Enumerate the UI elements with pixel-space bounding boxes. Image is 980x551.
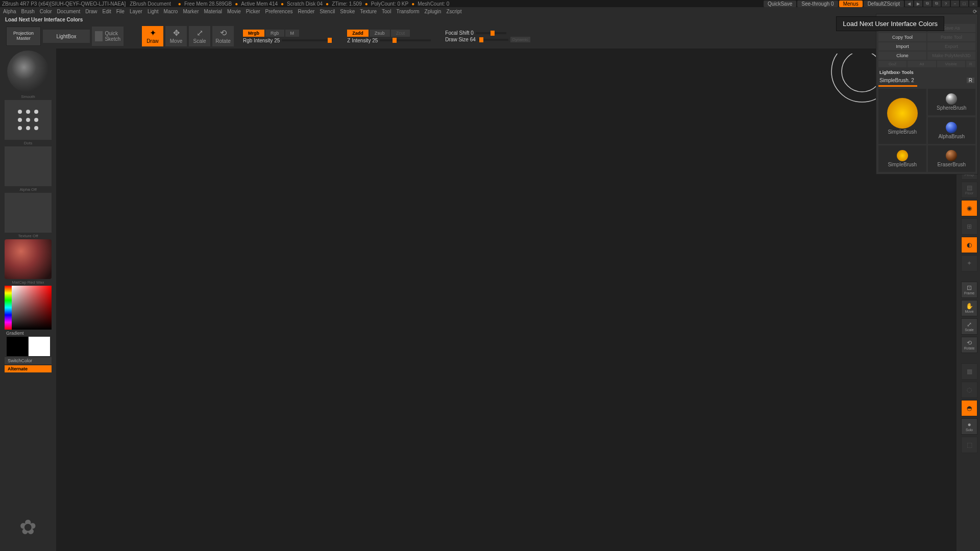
menu-tool[interactable]: Tool <box>382 9 391 14</box>
transp-button[interactable]: ◌ <box>961 382 977 398</box>
menu-light[interactable]: Light <box>148 9 159 14</box>
menu-picker[interactable]: Picker <box>246 9 260 14</box>
dock-right-button[interactable]: ⧉ <box>933 1 941 7</box>
goz-button[interactable]: GoZ <box>878 61 906 67</box>
draw-size-slider[interactable] <box>478 39 508 41</box>
copytool-button[interactable]: Copy Tool <box>878 33 926 41</box>
menu-alpha[interactable]: Alpha <box>3 9 16 14</box>
tool-eraserbrush[interactable]: EraserBrush <box>928 145 976 172</box>
makepolymesh-button[interactable]: Make PolyMesh3D <box>927 52 975 60</box>
move-mode-button[interactable]: ✥Move <box>165 26 187 46</box>
menu-stencil[interactable]: Stencil <box>320 9 335 14</box>
floor-button[interactable]: ▤Floor <box>961 182 977 198</box>
swatch-white[interactable] <box>29 337 50 356</box>
menu-file[interactable]: File <box>116 9 125 14</box>
saturation-area[interactable] <box>12 286 52 330</box>
alpha-selector[interactable] <box>5 146 52 186</box>
frame-button[interactable]: ⊡Frame <box>961 282 977 298</box>
goz-all-button[interactable]: All <box>908 61 936 67</box>
tool-alphabrush[interactable]: AlphaBrush <box>928 117 976 144</box>
gradient-button[interactable]: Gradient <box>6 331 24 336</box>
local-button[interactable]: ◉ <box>961 200 977 216</box>
menu-render[interactable]: Render <box>298 9 315 14</box>
import-button[interactable]: Import <box>878 42 926 51</box>
ghost-button[interactable]: ◓ <box>961 400 977 416</box>
menu-draw[interactable]: Draw <box>85 9 97 14</box>
menu-zscript[interactable]: Zscript <box>446 9 461 14</box>
dock-left-button[interactable]: ⧉ <box>923 1 932 7</box>
canvas[interactable] <box>56 48 957 551</box>
menu-marker[interactable]: Marker <box>183 9 199 14</box>
menu-preferences[interactable]: Preferences <box>265 9 293 14</box>
menu-document[interactable]: Document <box>57 9 81 14</box>
pastetool-button[interactable]: Paste Tool <box>927 33 975 41</box>
rotate-mode-button[interactable]: ⟲Rotate <box>212 26 234 46</box>
projection-master-button[interactable]: Projection Master <box>6 27 41 46</box>
alternate-button[interactable]: Alternate <box>5 365 52 372</box>
m-button[interactable]: M <box>285 30 300 37</box>
move-icon: ✥ <box>173 29 180 37</box>
xyz-button[interactable]: ✦ <box>961 255 977 271</box>
quicksave-button[interactable]: QuickSave <box>764 1 796 7</box>
tool-simplebrush[interactable]: SimpleBrush <box>878 89 926 144</box>
menus-button[interactable]: Menus <box>839 1 863 7</box>
defaultscript-button[interactable]: DefaultZScript <box>864 1 904 7</box>
solo-button[interactable]: ●Solo <box>961 418 977 435</box>
clone-button[interactable]: Clone <box>878 52 926 60</box>
rgb-button[interactable]: Rgb <box>265 30 284 37</box>
goz-visible-button[interactable]: Visible <box>937 61 965 67</box>
rgb-intensity-slider[interactable] <box>282 39 333 41</box>
menu-zplugin[interactable]: Zplugin <box>425 9 442 14</box>
tool-spherebrush[interactable]: SphereBrush <box>928 89 976 115</box>
menu-stroke[interactable]: Stroke <box>340 9 355 14</box>
export-button[interactable]: Export <box>927 42 975 51</box>
minimize-button[interactable]: − <box>951 1 959 7</box>
lconst-button[interactable]: ⊞ <box>961 218 977 235</box>
menu-movie[interactable]: Movie <box>227 9 241 14</box>
draw-mode-button[interactable]: ✦Draw <box>142 26 163 46</box>
menu-transform[interactable]: Transform <box>396 9 419 14</box>
switchcolor-button[interactable]: SwitchColor <box>5 357 52 364</box>
nav-move-button[interactable]: ✋Move <box>961 300 977 316</box>
zcut-button[interactable]: Zcut <box>391 30 410 37</box>
spin-button[interactable]: ◐ <box>961 237 977 253</box>
z-intensity-slider[interactable] <box>380 39 431 41</box>
scale-mode-button[interactable]: ⤢Scale <box>189 26 210 46</box>
mrgb-button[interactable]: Mrgb <box>243 30 264 37</box>
dynamic-button[interactable]: Dynamic <box>510 37 530 42</box>
help-button[interactable]: ? <box>942 1 950 7</box>
goz-r-button[interactable]: R <box>966 61 975 67</box>
stroke-selector[interactable] <box>5 100 52 140</box>
focal-shift-slider[interactable] <box>476 32 506 34</box>
hue-strip[interactable] <box>5 286 12 330</box>
close-button[interactable]: × <box>969 1 977 7</box>
nav-rotate-button[interactable]: ⟲Rotate <box>961 337 977 353</box>
lightbox-tools-header[interactable]: Lightbox› Tools <box>878 68 975 77</box>
nav-scale-button[interactable]: ⤢Scale <box>961 318 977 335</box>
material-selector[interactable] <box>5 239 52 279</box>
lightbox-button[interactable]: LightBox <box>43 30 90 43</box>
swatch-black[interactable] <box>7 337 28 356</box>
color-picker[interactable] <box>5 286 52 330</box>
menu-brush[interactable]: Brush <box>21 9 35 14</box>
ztime: ZTime: 1.509 <box>332 1 362 7</box>
seethrough-button[interactable]: See-through 0 <box>797 1 838 7</box>
menu-macro[interactable]: Macro <box>164 9 178 14</box>
prev-ui-button[interactable]: ◀ <box>905 1 913 7</box>
next-ui-button[interactable]: ▶ <box>914 1 922 7</box>
r-badge[interactable]: R <box>967 78 974 83</box>
menu-material[interactable]: Material <box>204 9 223 14</box>
tool-simplebrush-2[interactable]: SimpleBrush <box>878 145 926 172</box>
polyf-button[interactable]: ▦ <box>961 363 977 380</box>
maximize-button[interactable]: □ <box>960 1 968 7</box>
brush-preview[interactable] <box>7 51 49 92</box>
menu-edit[interactable]: Edit <box>103 9 111 14</box>
zadd-button[interactable]: Zadd <box>347 30 369 37</box>
menu-layer[interactable]: Layer <box>130 9 142 14</box>
quicksketch-button[interactable]: Quick Sketch <box>92 27 124 46</box>
menu-color[interactable]: Color <box>40 9 52 14</box>
menu-texture[interactable]: Texture <box>360 9 377 14</box>
texture-selector[interactable] <box>5 193 52 233</box>
xpose-button[interactable]: ⬚ <box>961 437 977 453</box>
zsub-button[interactable]: Zsub <box>370 30 390 37</box>
